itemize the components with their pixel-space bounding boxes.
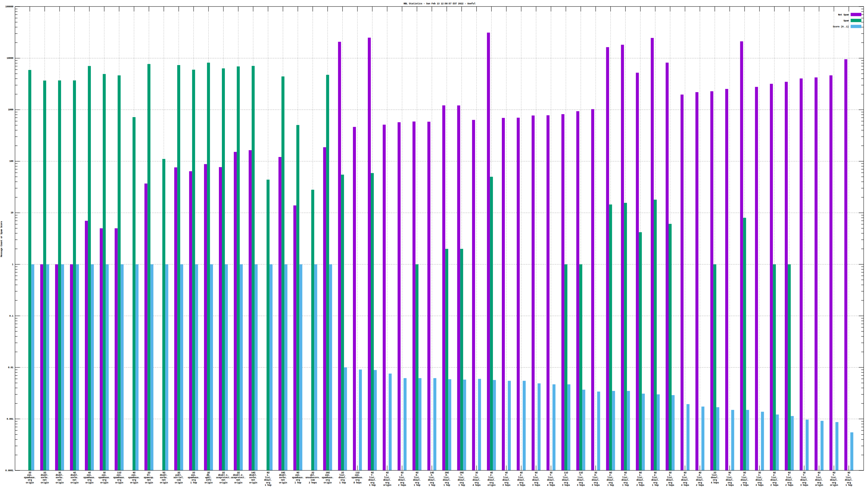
svg-text:1 hop: 1 hop	[294, 482, 301, 484]
svg-text:origin: origin	[205, 482, 213, 484]
svg-text:2 hops: 2 hops	[666, 484, 674, 487]
svg-text:1 hop: 1 hop	[339, 482, 346, 484]
svg-text:origin: origin	[219, 482, 227, 484]
svg-text:3 hops: 3 hops	[532, 484, 540, 487]
svg-text:0.1: 0.1	[9, 315, 13, 318]
svg-text:2 hops: 2 hops	[309, 482, 317, 484]
svg-text:8 hops: 8 hops	[353, 482, 362, 484]
svg-text:origin: origin	[86, 482, 94, 484]
svg-text:100: 100	[9, 160, 13, 163]
svg-text:4 hops: 4 hops	[725, 484, 734, 487]
svg-text:origin: origin	[26, 482, 34, 484]
svg-text:3 hops: 3 hops	[592, 484, 600, 487]
svg-text:4 hops: 4 hops	[547, 484, 555, 487]
svg-text:0.0001: 0.0001	[5, 469, 14, 472]
svg-text:3 hops: 3 hops	[577, 484, 585, 487]
svg-text:origin: origin	[130, 482, 138, 484]
svg-text:1 hop: 1 hop	[369, 484, 376, 487]
svg-text:1 hop: 1 hop	[265, 484, 272, 487]
svg-text:1 hop: 1 hop	[607, 484, 614, 487]
svg-text:origin: origin	[100, 482, 108, 484]
svg-text:3 hops: 3 hops	[800, 484, 808, 487]
svg-text:1 hop: 1 hop	[429, 484, 435, 487]
svg-text:origin: origin	[145, 482, 153, 484]
svg-text:2 hops: 2 hops	[696, 484, 704, 487]
svg-text:3 hops: 3 hops	[502, 484, 510, 487]
svg-text:origin: origin	[175, 482, 183, 484]
svg-text:Spam: Spam	[843, 20, 849, 22]
svg-text:2 hops: 2 hops	[741, 484, 749, 487]
svg-text:origin: origin	[249, 482, 257, 484]
svg-text:100000: 100000	[5, 5, 13, 8]
svg-text:2 hops: 2 hops	[637, 484, 645, 487]
svg-text:2 hops: 2 hops	[398, 484, 406, 487]
svg-text:Score (0..1): Score (0..1)	[833, 26, 849, 28]
svg-text:origin: origin	[235, 482, 243, 484]
svg-text:1 hop: 1 hop	[458, 484, 465, 487]
svg-text:0.01: 0.01	[8, 366, 13, 369]
svg-text:1 hop: 1 hop	[845, 484, 852, 487]
svg-text:3 hops: 3 hops	[517, 484, 525, 487]
svg-text:Not Spam: Not Spam	[838, 13, 849, 16]
svg-text:origin: origin	[160, 482, 168, 484]
svg-text:origin: origin	[41, 482, 49, 484]
svg-text:origin: origin	[815, 484, 823, 487]
svg-text:origin: origin	[488, 484, 496, 487]
svg-text:1 hop: 1 hop	[622, 484, 629, 487]
svg-text:3 hops: 3 hops	[755, 484, 764, 487]
svg-text:10: 10	[10, 212, 13, 214]
svg-text:4 hops: 4 hops	[472, 484, 480, 487]
svg-text:1 hop: 1 hop	[652, 484, 659, 487]
svg-text:1 hop: 1 hop	[190, 482, 197, 484]
svg-text:1 hop: 1 hop	[443, 484, 450, 487]
svg-text:4 hops: 4 hops	[681, 484, 689, 487]
svg-text:Message Count or Spam Score: Message Count or Spam Score	[0, 221, 3, 257]
svg-text:0.001: 0.001	[6, 418, 13, 421]
svg-text:1000: 1000	[8, 108, 13, 111]
svg-text:3 hops: 3 hops	[562, 484, 570, 487]
svg-text:origin: origin	[830, 484, 838, 487]
svg-text:origin: origin	[115, 482, 123, 484]
svg-text:RBL Statistics - Sun Feb 13 12: RBL Statistics - Sun Feb 13 12:58:57 EST…	[404, 2, 476, 5]
svg-text:1 hop: 1 hop	[414, 484, 421, 487]
svg-text:origin: origin	[323, 482, 332, 484]
svg-text:origin: origin	[70, 482, 79, 484]
svg-text:4 hops: 4 hops	[711, 482, 719, 484]
svg-text:2 hops: 2 hops	[785, 484, 794, 487]
svg-text:10000: 10000	[6, 57, 13, 60]
svg-text:origin: origin	[279, 482, 287, 484]
svg-text:origin: origin	[383, 484, 392, 487]
svg-text:2 hops: 2 hops	[770, 484, 778, 487]
svg-text:origin: origin	[56, 482, 64, 484]
